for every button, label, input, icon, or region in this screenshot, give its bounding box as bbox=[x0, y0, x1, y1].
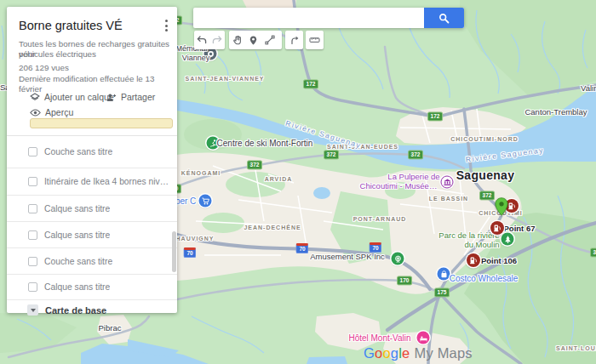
shopping-poi-icon[interactable] bbox=[438, 268, 450, 281]
route-shield-172: 172 bbox=[303, 79, 318, 88]
layers-icon bbox=[30, 93, 40, 102]
layer-label: Calque sans titre bbox=[44, 282, 110, 292]
search-bar bbox=[193, 8, 464, 28]
add-layer-button[interactable]: Ajouter un calque bbox=[30, 92, 114, 102]
hand-icon bbox=[232, 35, 243, 45]
layer-row[interactable]: Calque sans titre bbox=[7, 275, 177, 300]
ski-area-poi-icon[interactable] bbox=[207, 137, 220, 150]
redo-button[interactable] bbox=[209, 31, 225, 49]
base-map-row[interactable]: Carte de base bbox=[7, 300, 177, 320]
layer-list: Couche sans titre Itinéraire de Ikea 4 b… bbox=[7, 135, 177, 320]
share-button[interactable]: Partager bbox=[106, 92, 155, 102]
kebab-menu-icon[interactable] bbox=[160, 19, 172, 32]
layer-row[interactable]: Calque sans titre bbox=[7, 222, 177, 248]
redo-icon bbox=[212, 36, 222, 44]
layer-checkbox[interactable] bbox=[28, 177, 37, 186]
layer-row[interactable]: Calque sans titre bbox=[7, 196, 177, 222]
my-maps-wordmark: My Maps bbox=[414, 345, 472, 361]
add-marker-tool-button[interactable] bbox=[245, 31, 261, 49]
layer-label: Couche sans titre bbox=[44, 147, 112, 156]
base-map-expand-icon[interactable] bbox=[27, 304, 38, 316]
measure-button[interactable] bbox=[306, 31, 324, 49]
autoroute-shield-70: 70 bbox=[183, 247, 196, 258]
preview-label: Aperçu bbox=[45, 107, 73, 117]
route-shield-372: 372 bbox=[408, 150, 423, 159]
search-icon bbox=[438, 13, 450, 24]
layer-label: Calque sans titre bbox=[44, 204, 110, 213]
base-map-label: Carte de base bbox=[45, 305, 106, 316]
layer-label: Itinéraire de Ikea 4 bornes niveau ... bbox=[44, 177, 172, 186]
layer-color-bar bbox=[30, 118, 173, 128]
add-layer-label: Ajouter un calque bbox=[44, 92, 114, 102]
page-title: Borne gratuites VÉ bbox=[19, 19, 123, 32]
route-shield-372-clipped: 372 bbox=[590, 247, 596, 257]
map-info-panel: Borne gratuites VÉ Toutes les bornes de … bbox=[7, 7, 177, 313]
layer-row[interactable]: Couche sans titre bbox=[7, 248, 177, 275]
layer-label: Couche sans titre bbox=[44, 257, 112, 266]
layer-checkbox[interactable] bbox=[28, 147, 37, 156]
route-shield-172: 172 bbox=[427, 111, 443, 121]
panel-actions: Ajouter un calque Partager Aperçu bbox=[7, 85, 177, 135]
layer-row[interactable]: Itinéraire de Ikea 4 bornes niveau ... bbox=[7, 168, 177, 196]
layer-checkbox[interactable] bbox=[28, 282, 37, 292]
park-poi-icon[interactable] bbox=[501, 233, 514, 246]
supermarket-poi-icon[interactable] bbox=[199, 195, 212, 208]
route-shield-170: 170 bbox=[397, 276, 412, 285]
amusement-park-poi-icon[interactable] bbox=[392, 253, 404, 265]
ruler-icon bbox=[309, 35, 320, 45]
route-shield-175: 175 bbox=[434, 287, 450, 297]
charging-station-marker[interactable] bbox=[467, 253, 480, 267]
person-add-icon bbox=[106, 93, 117, 102]
my-maps-app: 172 172 172 372 372 372 372 372 170 170 … bbox=[0, 0, 596, 364]
layer-checkbox[interactable] bbox=[28, 204, 37, 213]
hotel-poi-icon[interactable] bbox=[417, 332, 430, 344]
museum-poi-icon[interactable] bbox=[441, 176, 454, 189]
eye-icon bbox=[30, 109, 41, 117]
route-shield-372: 372 bbox=[247, 160, 262, 169]
draw-line-tool-button[interactable] bbox=[261, 31, 278, 49]
polyline-icon bbox=[265, 35, 275, 45]
charging-station-marker[interactable] bbox=[490, 221, 504, 235]
preview-button[interactable]: Aperçu bbox=[30, 107, 73, 117]
search-input[interactable] bbox=[193, 8, 424, 28]
layer-checkbox[interactable] bbox=[28, 257, 37, 266]
autoroute-shield-70: 70 bbox=[295, 243, 308, 253]
directions-icon bbox=[289, 35, 300, 45]
panel-scrollbar[interactable] bbox=[172, 231, 176, 272]
route-shield-372: 372 bbox=[479, 191, 495, 200]
pan-tool-button[interactable] bbox=[229, 31, 245, 49]
draw-tools-group bbox=[229, 31, 282, 49]
share-label: Partager bbox=[121, 92, 155, 102]
layer-row[interactable]: Couche sans titre bbox=[7, 136, 177, 168]
route-shield-372: 372 bbox=[324, 150, 339, 159]
map-description-line2: véhicules électriques bbox=[19, 49, 96, 60]
undo-button[interactable] bbox=[194, 31, 209, 49]
undo-redo-group bbox=[194, 31, 225, 49]
views-count: 206 129 vues bbox=[19, 63, 69, 73]
autoroute-shield-70: 70 bbox=[369, 242, 381, 253]
green-map-pin-marker[interactable] bbox=[495, 197, 508, 216]
google-my-maps-logo: GoogleMy Maps bbox=[364, 345, 473, 361]
add-directions-button[interactable] bbox=[285, 31, 303, 49]
undo-icon bbox=[197, 36, 207, 44]
marker-icon bbox=[249, 35, 258, 46]
layer-label: Calque sans titre bbox=[44, 230, 110, 240]
search-button[interactable] bbox=[424, 8, 464, 28]
layer-checkbox[interactable] bbox=[28, 230, 37, 240]
